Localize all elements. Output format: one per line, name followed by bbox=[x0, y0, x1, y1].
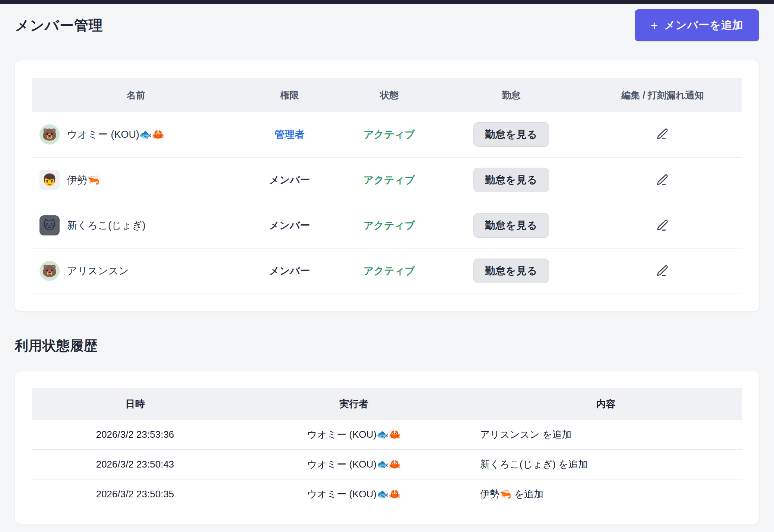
edit-button[interactable] bbox=[654, 216, 672, 234]
member-status: アクティブ bbox=[364, 174, 415, 186]
member-management-page: メンバー管理 + メンバーを追加 名前 権限 状態 勤怠 編集 / 打刻漏れ通知 bbox=[0, 9, 774, 525]
members-table-header-row: 名前 権限 状態 勤怠 編集 / 打刻漏れ通知 bbox=[32, 78, 742, 112]
member-role: 管理者 bbox=[275, 129, 305, 140]
pencil-icon bbox=[656, 219, 669, 232]
avatar-emoji: 🐱 bbox=[43, 218, 55, 232]
plus-icon: + bbox=[650, 19, 658, 32]
edit-button[interactable] bbox=[654, 262, 672, 280]
view-attendance-button[interactable]: 勤怠を見る bbox=[473, 213, 549, 238]
history-row: 2026/3/2 23:50:43 ウオミー (KOU)🐟🦀 新くろこ(じょぎ)… bbox=[32, 450, 742, 479]
history-row: 2026/3/2 23:53:36 ウオミー (KOU)🐟🦀 アリスンスン を追… bbox=[32, 420, 742, 450]
member-name: アリスンスン bbox=[67, 264, 129, 278]
column-header-attendance: 勤怠 bbox=[440, 78, 583, 112]
pencil-icon bbox=[656, 127, 669, 141]
history-actor: ウオミー (KOU)🐟🦀 bbox=[238, 420, 469, 450]
history-table-header-row: 日時 実行者 内容 bbox=[32, 388, 742, 420]
member-role: メンバー bbox=[269, 220, 310, 231]
view-attendance-button[interactable]: 勤怠を見る bbox=[473, 259, 549, 283]
pencil-icon bbox=[656, 173, 669, 187]
member-status: アクティブ bbox=[364, 129, 415, 140]
column-header-actor: 実行者 bbox=[238, 388, 469, 420]
pencil-icon bbox=[656, 264, 669, 278]
history-table: 日時 実行者 内容 2026/3/2 23:53:36 ウオミー (KOU)🐟🦀… bbox=[32, 388, 742, 510]
member-name: 新くろこ(じょぎ) bbox=[67, 219, 146, 232]
history-row: 2026/3/2 23:50:35 ウオミー (KOU)🐟🦀 伊勢🦐 を追加 bbox=[32, 479, 742, 509]
column-header-content: 内容 bbox=[469, 388, 742, 420]
avatar: 🐻 bbox=[39, 124, 60, 145]
member-status: アクティブ bbox=[364, 265, 415, 276]
history-content: 伊勢🦐 を追加 bbox=[469, 479, 742, 509]
avatar: 👦 bbox=[39, 170, 60, 190]
member-role: メンバー bbox=[269, 174, 310, 186]
page-header: メンバー管理 + メンバーを追加 bbox=[15, 9, 759, 42]
top-bar bbox=[0, 0, 774, 4]
column-header-role: 権限 bbox=[240, 78, 339, 112]
member-row: 🐱 新くろこ(じょぎ) メンバー アクティブ 勤怠を見る bbox=[32, 203, 742, 248]
member-role: メンバー bbox=[269, 265, 310, 276]
edit-button[interactable] bbox=[654, 171, 672, 189]
member-status: アクティブ bbox=[364, 220, 415, 231]
column-header-name: 名前 bbox=[32, 78, 240, 112]
history-datetime: 2026/3/2 23:50:35 bbox=[32, 479, 238, 509]
member-row: 🐻 アリスンスン メンバー アクティブ 勤怠を見る bbox=[32, 248, 742, 294]
history-section-title: 利用状態履歴 bbox=[15, 337, 759, 355]
add-member-button-label: メンバーを追加 bbox=[664, 18, 743, 33]
column-header-datetime: 日時 bbox=[32, 388, 238, 420]
avatar-emoji: 👦 bbox=[42, 173, 57, 187]
member-row: 🐻 ウオミー (KOU)🐟🦀 管理者 アクティブ 勤怠を見る bbox=[32, 112, 742, 157]
history-actor: ウオミー (KOU)🐟🦀 bbox=[238, 479, 469, 509]
column-header-status: 状態 bbox=[339, 78, 440, 112]
edit-button[interactable] bbox=[654, 125, 672, 143]
members-table: 名前 権限 状態 勤怠 編集 / 打刻漏れ通知 🐻 ウオミー (KOU)🐟🦀 管… bbox=[32, 78, 742, 294]
add-member-button[interactable]: + メンバーを追加 bbox=[635, 9, 759, 41]
page-title: メンバー管理 bbox=[15, 16, 103, 35]
member-name: ウオミー (KOU)🐟🦀 bbox=[67, 128, 164, 141]
history-content: アリスンスン を追加 bbox=[469, 420, 742, 450]
member-row: 👦 伊勢🦐 メンバー アクティブ 勤怠を見る bbox=[32, 157, 742, 203]
view-attendance-button[interactable]: 勤怠を見る bbox=[473, 168, 549, 192]
member-name: 伊勢🦐 bbox=[67, 173, 100, 187]
history-datetime: 2026/3/2 23:50:43 bbox=[32, 450, 238, 479]
avatar-emoji: 🐻 bbox=[42, 264, 57, 278]
column-header-edit: 編集 / 打刻漏れ通知 bbox=[583, 78, 742, 112]
avatar: 🐻 bbox=[39, 261, 60, 281]
avatar: 🐱 bbox=[39, 215, 60, 235]
members-card: 名前 権限 状態 勤怠 編集 / 打刻漏れ通知 🐻 ウオミー (KOU)🐟🦀 管… bbox=[15, 60, 759, 311]
history-content: 新くろこ(じょぎ) を追加 bbox=[469, 450, 742, 479]
avatar-emoji: 🐻 bbox=[42, 127, 57, 142]
view-attendance-button[interactable]: 勤怠を見る bbox=[473, 122, 549, 147]
history-card: 日時 実行者 内容 2026/3/2 23:53:36 ウオミー (KOU)🐟🦀… bbox=[15, 371, 759, 525]
history-actor: ウオミー (KOU)🐟🦀 bbox=[238, 450, 469, 479]
history-datetime: 2026/3/2 23:53:36 bbox=[32, 420, 238, 450]
